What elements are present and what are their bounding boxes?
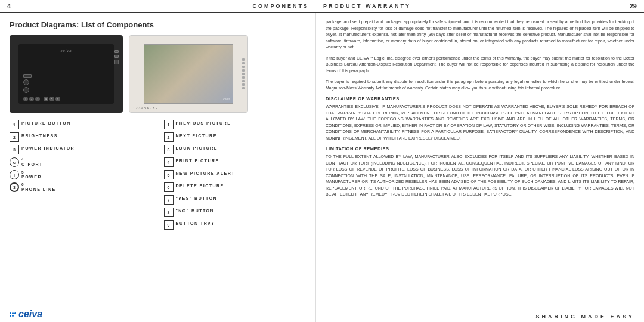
item-number: 9 (164, 220, 174, 230)
list-item: 2 NEXT PICTURE (164, 132, 306, 142)
list-item: 2 BRIGHTNESS (10, 132, 152, 142)
item-number: 3 (10, 182, 19, 192)
monitor-back-inner: ceiva 1 2 3 4 5 6 (18, 44, 114, 104)
item-label: "YES" BUTTON (176, 195, 218, 200)
item-number: c (10, 157, 19, 167)
warranty-para-2: If the buyer and CEIVA™ Logic, Inc. disa… (326, 55, 634, 75)
item-number: 1 (10, 120, 19, 129)
item-label: BUTTON TRAY (176, 220, 215, 225)
section-title-left: COMPONENTS (252, 3, 309, 9)
page-number-left: 4 (7, 2, 11, 10)
list-item: 3 POWER INDICATOR (10, 145, 152, 154)
ceiva-text: ceiva (18, 309, 42, 320)
item-number: 4 (164, 157, 174, 167)
warranty-para-3: The buyer is required to submit any disp… (326, 79, 634, 91)
list-item: 3 LOCK PICTURE (164, 145, 306, 154)
item-label: DELETE PICTURE (176, 182, 224, 188)
list-item: 7 "YES" BUTTON (164, 195, 306, 205)
item-label: PRINT PICTURE (176, 157, 219, 163)
list-item: 6 DELETE PICTURE (164, 182, 306, 192)
list-item: c 4 C-PORT (10, 157, 152, 167)
page-number-right: 29 (630, 2, 637, 10)
item-label: PICTURE BUTTON (21, 120, 71, 125)
limitation-text: TO THE FULL EXTENT ALLOWED BY LAW, MANUF… (326, 154, 634, 198)
back-number-indicators: 1 2 3 4 5 6 (23, 97, 60, 101)
item-label: NEW PICTURE ALERT (176, 170, 236, 175)
item-number: 6 (164, 182, 174, 192)
item-label: PHONE LINE (21, 186, 56, 191)
section-heading: Product Diagrams: List of Components (10, 20, 306, 29)
components-row: 1 PICTURE BUTTON 2 BRIGHTNESS 3 POWER IN… (10, 120, 306, 233)
disclaimer-title: DISCLAIMER OF WARRANTIES (326, 96, 634, 101)
page-header: 4 COMPONENTS PRODUCT WARRANTY 29 (0, 0, 644, 13)
back-component-list: 1 PICTURE BUTTON 2 BRIGHTNESS 3 POWER IN… (10, 120, 152, 233)
item-number: 2 (164, 132, 174, 142)
sharing-footer: SHARING MADE EASY (535, 314, 634, 320)
list-item: 8 "NO" BUTTON (164, 208, 306, 217)
item-number: 2 (10, 132, 19, 142)
item-number: 8 (164, 208, 174, 217)
front-component-list: 1 PREVIOUS PICTURE 2 NEXT PICTURE 3 LOCK… (164, 120, 306, 233)
item-number: 7 (164, 195, 174, 205)
item-label: POWER (21, 174, 42, 179)
device-back-image: ceiva 1 2 3 4 5 6 (10, 35, 123, 113)
ceiva-logo-footer: ceiva (10, 309, 42, 320)
diagrams-row: ceiva 1 2 3 4 5 6 (10, 35, 306, 113)
list-item: 1 PREVIOUS PICTURE (164, 120, 306, 129)
list-item: 3 6 PHONE LINE (10, 182, 152, 192)
list-item: 1 PICTURE BUTTON (10, 120, 152, 129)
header-left: 4 COMPONENTS (0, 0, 316, 13)
limitation-title: LIMITATION OF REMEDIES (326, 146, 634, 151)
item-number: 5 (164, 170, 174, 179)
item-label: POWER INDICATOR (21, 145, 75, 150)
list-item: 4 PRINT PICTURE (164, 157, 306, 167)
item-number: 1 (164, 120, 174, 129)
device-front-image: ceiva 1 2 3 (129, 35, 248, 113)
list-item: i 5 POWER (10, 170, 152, 179)
item-label: PREVIOUS PICTURE (176, 120, 231, 125)
warranty-para-1: package, and sent prepaid and packaged a… (326, 19, 634, 51)
screen-photo (144, 45, 233, 103)
item-number: 3 (164, 145, 174, 154)
item-label: LOCK PICTURE (176, 145, 218, 150)
monitor-screen: ceiva (144, 44, 233, 104)
item-label: "NO" BUTTON (176, 208, 215, 213)
list-item: 5 NEW PICTURE ALERT (164, 170, 306, 179)
list-item: 9 BUTTON TRAY (164, 220, 306, 230)
right-panel: package, and sent prepaid and packaged a… (316, 13, 644, 322)
disclaimer-text: WARRANTIES EXCLUSIVE: IF MANUFACTURER'S … (326, 104, 634, 141)
section-title-right: PRODUCT WARRANTY (323, 3, 411, 9)
item-label: C-PORT (21, 161, 43, 166)
item-number: i (10, 170, 19, 179)
item-number: 3 (10, 145, 19, 154)
left-panel: Product Diagrams: List of Components cei… (0, 13, 316, 322)
header-right: PRODUCT WARRANTY 29 (316, 0, 644, 13)
main-content: Product Diagrams: List of Components cei… (0, 13, 644, 322)
item-label: NEXT PICTURE (176, 132, 217, 138)
item-label: BRIGHTNESS (21, 132, 58, 138)
